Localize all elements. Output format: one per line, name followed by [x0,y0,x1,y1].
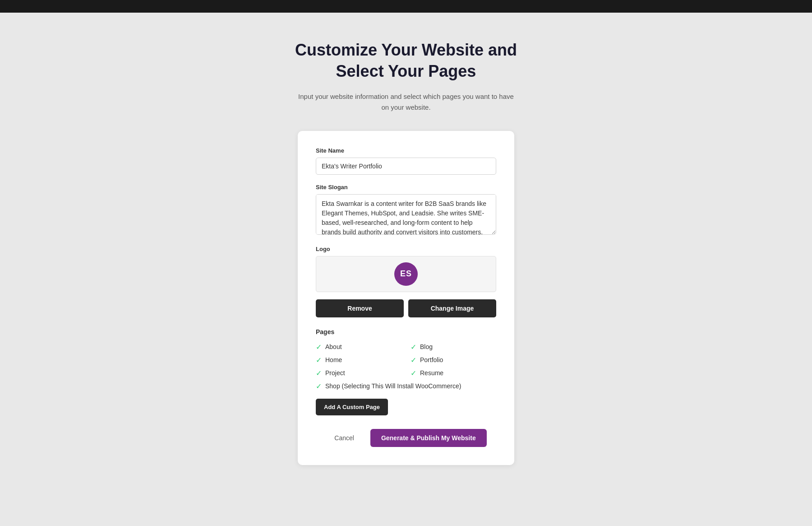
check-icon-shop: ✓ [316,382,322,391]
logo-circle: ES [394,262,418,286]
add-custom-page-button[interactable]: Add A Custom Page [316,399,388,415]
page-label-project: Project [325,369,345,377]
image-button-row: Remove Change Image [316,299,496,317]
publish-button[interactable]: Generate & Publish My Website [370,429,487,447]
logo-label: Logo [316,246,496,252]
page-label-about: About [325,343,342,350]
page-label-shop: Shop (Selecting This Will Install WooCom… [325,382,461,390]
site-name-label: Site Name [316,147,496,154]
form-card: Site Name Site Slogan Ekta Swarnkar is a… [298,131,514,465]
check-icon-about: ✓ [316,343,322,351]
logo-preview: ES [316,256,496,292]
page-item-project: ✓ Project [316,369,401,377]
site-name-input[interactable] [316,158,496,175]
page-item-portfolio: ✓ Portfolio [411,356,496,364]
pages-grid: ✓ About ✓ Blog ✓ Home ✓ Portfolio ✓ Proj… [316,343,496,391]
site-slogan-label: Site Slogan [316,184,496,191]
footer-row: Cancel Generate & Publish My Website [316,429,496,447]
page-label-blog: Blog [420,343,433,350]
page-wrapper: Customize Your Website and Select Your P… [0,13,812,492]
pages-section-label: Pages [316,328,496,335]
page-label-resume: Resume [420,369,443,377]
page-subtitle: Input your website information and selec… [298,91,514,113]
custom-page-section: Add A Custom Page [316,399,496,415]
page-item-shop: ✓ Shop (Selecting This Will Install WooC… [316,382,496,391]
check-icon-portfolio: ✓ [411,356,416,364]
page-item-home: ✓ Home [316,356,401,364]
check-icon-home: ✓ [316,356,322,364]
check-icon-project: ✓ [316,369,322,377]
page-title: Customize Your Website and Select Your P… [295,40,517,82]
remove-button[interactable]: Remove [316,299,404,317]
page-label-home: Home [325,356,342,363]
page-item-about: ✓ About [316,343,401,351]
site-slogan-input[interactable]: Ekta Swarnkar is a content writer for B2… [316,194,496,235]
cancel-button[interactable]: Cancel [325,430,363,446]
change-image-button[interactable]: Change Image [408,299,496,317]
page-item-resume: ✓ Resume [411,369,496,377]
logo-initials: ES [400,269,412,279]
logo-area: Logo ES [316,246,496,292]
check-icon-resume: ✓ [411,369,416,377]
page-item-blog: ✓ Blog [411,343,496,351]
check-icon-blog: ✓ [411,343,416,351]
top-bar [0,0,812,13]
page-label-portfolio: Portfolio [420,356,443,363]
